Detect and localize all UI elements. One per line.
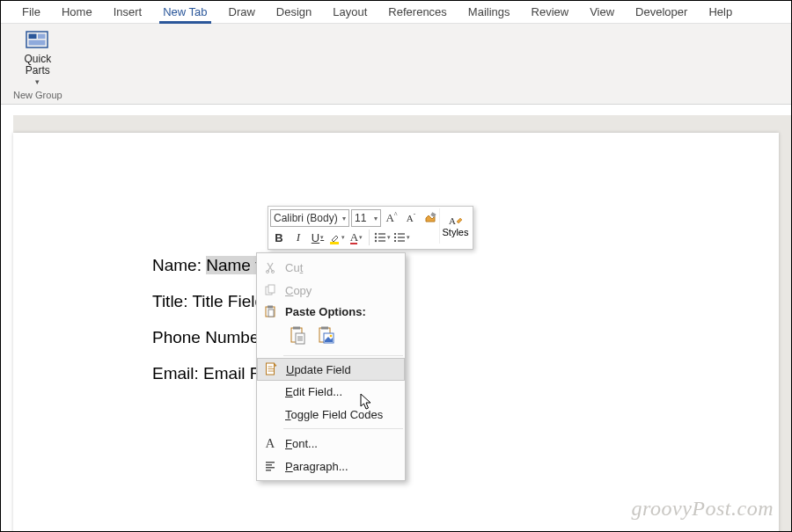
menu-toggle-field-codes[interactable]: Toggle Field Codes xyxy=(257,403,405,426)
underline-button[interactable]: U▾ xyxy=(309,229,326,246)
bold-button[interactable]: B xyxy=(270,229,288,246)
svg-point-5 xyxy=(374,233,376,235)
menu-toggle-field-codes-label: Toggle Field Codes xyxy=(285,408,398,421)
copy-icon xyxy=(262,282,278,298)
font-name-combo[interactable]: Calibri (Body) ▾ xyxy=(270,209,349,227)
svg-rect-34 xyxy=(266,464,272,466)
separator xyxy=(369,230,370,245)
tab-layout[interactable]: Layout xyxy=(322,1,378,24)
bullets-button[interactable]: ▾ xyxy=(373,229,391,246)
cursor-icon xyxy=(360,393,374,411)
label-name: Name: xyxy=(152,256,202,274)
tab-home[interactable]: Home xyxy=(51,1,103,24)
italic-button[interactable]: I xyxy=(290,229,307,246)
tab-help[interactable]: Help xyxy=(698,1,743,24)
svg-rect-10 xyxy=(378,240,385,241)
svg-rect-8 xyxy=(378,237,385,237)
quick-parts-icon xyxy=(26,31,50,52)
separator xyxy=(283,355,403,356)
styles-icon: A xyxy=(449,215,463,227)
svg-point-31 xyxy=(330,335,333,338)
svg-rect-24 xyxy=(268,310,274,317)
shrink-font-button[interactable]: Aˇ xyxy=(402,209,420,227)
doc-line-phone[interactable]: Phone Number xyxy=(152,328,779,347)
blank-icon xyxy=(262,406,278,422)
svg-rect-3 xyxy=(28,40,45,46)
ribbon-body: Quick Parts ▾ New Group xyxy=(1,24,791,105)
format-painter-button[interactable] xyxy=(422,209,439,227)
quick-parts-label: Quick Parts xyxy=(24,54,51,77)
menu-update-field[interactable]: Update Field xyxy=(257,358,405,381)
menu-edit-field[interactable]: Edit Field... xyxy=(257,380,405,403)
tab-design[interactable]: Design xyxy=(266,1,322,24)
svg-rect-11 xyxy=(394,233,396,235)
grow-font-button[interactable]: A^ xyxy=(383,209,400,227)
font-color-button[interactable]: A▾ xyxy=(348,229,365,246)
svg-text:A: A xyxy=(449,215,456,226)
tab-view[interactable]: View xyxy=(579,1,625,24)
doc-line-title[interactable]: Title: Title Field xyxy=(152,292,779,311)
label-email: Email: xyxy=(152,364,199,383)
svg-rect-4 xyxy=(430,212,436,217)
tab-mailings[interactable]: Mailings xyxy=(458,1,521,24)
mini-toolbar: Calibri (Body) ▾ 11 ▾ A^ Aˇ B I U▾ ▾ xyxy=(268,206,473,250)
field-title-value[interactable]: Title Field xyxy=(192,292,264,310)
svg-rect-26 xyxy=(293,327,300,330)
menu-update-field-label: Update Field xyxy=(286,363,397,376)
menu-edit-field-label: Edit Field... xyxy=(285,385,398,398)
paste-options-header: Paste Options: xyxy=(257,302,405,321)
paragraph-icon xyxy=(262,458,278,474)
tab-draw[interactable]: Draw xyxy=(218,1,266,24)
svg-rect-12 xyxy=(398,233,405,234)
context-menu: Cut Copy Paste Options: Update Field Edi… xyxy=(256,252,406,481)
menu-cut-label: Cut xyxy=(285,261,398,274)
paste-icon xyxy=(262,303,278,319)
update-field-icon xyxy=(263,361,279,377)
tab-developer[interactable]: Developer xyxy=(625,1,698,24)
paste-keep-source-button[interactable] xyxy=(287,324,310,347)
tab-review[interactable]: Review xyxy=(521,1,580,24)
font-name-value: Calibri (Body) xyxy=(274,212,338,224)
font-icon: A xyxy=(262,435,278,451)
quick-parts-button[interactable]: Quick Parts ▾ xyxy=(15,29,61,88)
paste-picture-button[interactable] xyxy=(315,324,338,347)
menu-paragraph-label: Paragraph... xyxy=(285,460,398,473)
highlight-button[interactable]: ▾ xyxy=(328,229,346,246)
tab-new-tab[interactable]: New Tab xyxy=(152,1,217,24)
tab-references[interactable]: References xyxy=(378,1,457,24)
numbering-button[interactable]: ▾ xyxy=(392,229,410,246)
chevron-down-icon: ▾ xyxy=(342,215,346,222)
menu-font[interactable]: A Font... xyxy=(257,432,405,455)
menu-cut[interactable]: Cut xyxy=(257,256,405,279)
svg-rect-13 xyxy=(394,237,396,238)
label-title: Title: xyxy=(152,292,187,310)
tab-insert[interactable]: Insert xyxy=(103,1,153,24)
svg-point-9 xyxy=(374,240,376,242)
paste-options-label: Paste Options: xyxy=(285,305,398,318)
font-size-combo[interactable]: 11 ▾ xyxy=(351,209,381,227)
svg-rect-29 xyxy=(321,327,328,330)
svg-point-7 xyxy=(374,237,376,238)
svg-rect-2 xyxy=(38,34,46,40)
menu-copy[interactable]: Copy xyxy=(257,279,405,302)
menu-copy-label: Copy xyxy=(285,284,398,297)
menu-paragraph[interactable]: Paragraph... xyxy=(257,455,405,477)
svg-rect-23 xyxy=(268,306,273,309)
styles-button[interactable]: A Styles xyxy=(439,208,471,244)
tab-file[interactable]: File xyxy=(11,1,51,24)
field-email-value[interactable]: Email Fi xyxy=(203,364,264,383)
font-size-value: 11 xyxy=(355,212,366,224)
separator xyxy=(283,428,403,429)
blank-icon xyxy=(262,383,278,399)
doc-line-email[interactable]: Email: Email Fi xyxy=(152,364,779,383)
styles-label: Styles xyxy=(443,227,469,237)
chevron-down-icon: ▾ xyxy=(374,215,378,222)
ribbon-group-title: New Group xyxy=(13,90,62,102)
doc-line-name[interactable]: Name: Name field xyxy=(152,256,779,275)
watermark: groovyPost.com xyxy=(632,497,774,521)
svg-rect-15 xyxy=(394,240,396,242)
svg-rect-21 xyxy=(268,285,275,293)
svg-rect-33 xyxy=(266,462,275,463)
svg-rect-14 xyxy=(398,237,405,237)
ribbon-tabs: File Home Insert New Tab Draw Design Lay… xyxy=(1,1,791,24)
